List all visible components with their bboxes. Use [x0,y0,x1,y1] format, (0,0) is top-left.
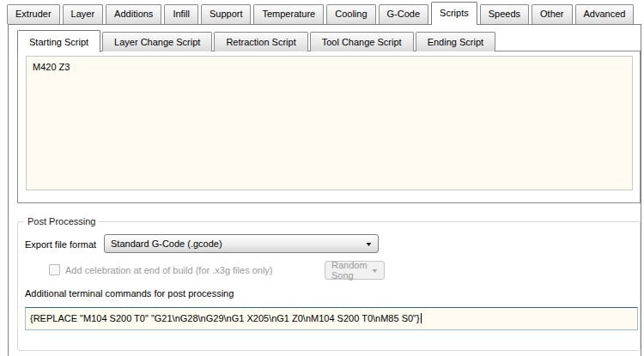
celebration-label: Add celebration at end of build (for .x3… [65,265,273,275]
tab-layer-change-script[interactable]: Layer Change Script [102,32,212,51]
tab-speeds[interactable]: Speeds [480,4,529,24]
script-tabbar: Starting Script Layer Change Script Retr… [17,29,497,51]
tab-cooling[interactable]: Cooling [326,4,375,24]
celebration-checkbox [49,264,60,275]
celebration-song-value: Random Song [331,260,372,281]
main-tabbar: Extruder Layer Additions Infill Support … [7,2,636,24]
tab-additions[interactable]: Additions [106,4,161,24]
text-caret [421,313,422,323]
tab-tool-change-script[interactable]: Tool Change Script [310,32,414,51]
tab-infill[interactable]: Infill [164,4,198,24]
tab-other[interactable]: Other [532,4,573,24]
tab-layer[interactable]: Layer [63,4,104,24]
export-file-format-dropdown[interactable]: Standard G-Code (.gcode) ▼ [104,234,379,253]
post-processing-groupbox: Post Processing Export file format Stand… [17,221,641,351]
tab-extruder[interactable]: Extruder [7,4,60,24]
tab-support[interactable]: Support [201,4,252,24]
tab-gcode[interactable]: G-Code [379,4,429,24]
tab-retraction-script[interactable]: Retraction Script [214,32,307,51]
post-processing-title: Post Processing [24,216,99,226]
terminal-commands-value: {REPLACE "M104 S200 T0" "G21\nG28\nG29\n… [30,313,420,323]
tab-temperature[interactable]: Temperature [253,4,324,24]
tab-scripts[interactable]: Scripts [431,2,477,25]
tab-ending-script[interactable]: Ending Script [416,32,495,51]
tab-starting-script[interactable]: Starting Script [17,30,100,52]
starting-script-textarea[interactable]: M420 Z3 [26,56,633,190]
celebration-song-dropdown: Random Song ▼ [325,261,385,280]
process-settings-window: Extruder Layer Additions Infill Support … [0,0,644,356]
chevron-down-icon: ▼ [371,268,380,274]
export-file-format-value: Standard G-Code (.gcode) [111,238,222,249]
terminal-commands-label: Additional terminal commands for post pr… [25,288,234,299]
export-file-format-label: Export file format [25,239,96,250]
chevron-down-icon: ▼ [365,241,374,247]
tab-advanced[interactable]: Advanced [575,4,635,24]
terminal-commands-input[interactable]: {REPLACE "M104 S200 T0" "G21\nG28\nG29\n… [25,307,638,330]
